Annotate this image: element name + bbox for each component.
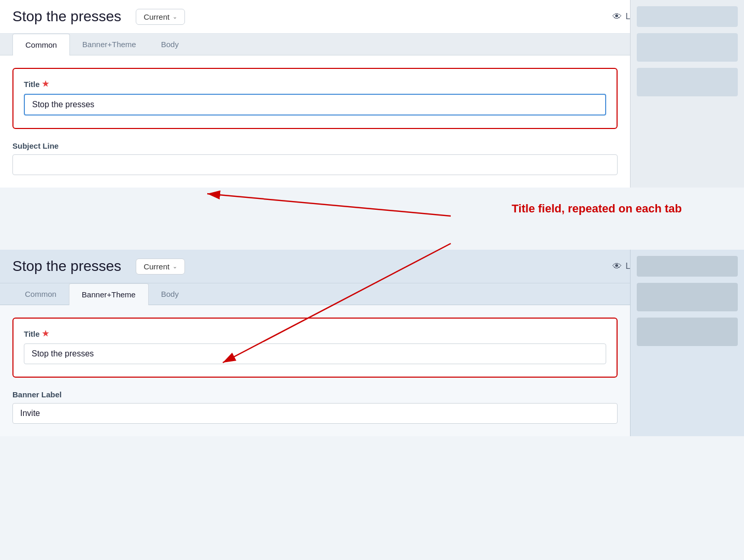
- bottom-tab-common[interactable]: Common: [12, 283, 69, 305]
- title-input[interactable]: [24, 94, 606, 116]
- bottom-title-field-label: Title ★: [24, 329, 606, 338]
- sidebar-box-3: [637, 68, 738, 96]
- sidebar-box-1: [637, 6, 738, 27]
- eye-icon: 👁: [612, 11, 622, 22]
- bottom-title-section-highlighted: Title ★: [12, 318, 618, 378]
- bottom-panel-body: Title ★ Banner Label: [0, 305, 630, 436]
- bottom-panel-wrapper: Stop the presses Current ⌄ 👁 Live Previe…: [0, 250, 744, 436]
- sidebar-box-2: [637, 33, 738, 62]
- subject-line-section: Subject Line: [12, 141, 618, 175]
- tab-common[interactable]: Common: [12, 34, 70, 55]
- required-indicator: ★: [42, 79, 49, 89]
- bottom-page-title: Stop the presses: [12, 258, 121, 275]
- annotation-area: Title field, repeated on each tab: [0, 188, 744, 250]
- bottom-required-indicator: ★: [42, 329, 49, 338]
- bottom-chevron-down-icon: ⌄: [173, 263, 177, 270]
- page-title: Stop the presses: [12, 8, 121, 25]
- version-label: Current: [144, 12, 169, 21]
- bottom-title-input[interactable]: [24, 343, 606, 364]
- subject-line-input[interactable]: [12, 154, 618, 175]
- bottom-version-label: Current: [144, 262, 169, 271]
- title-field-label: Title ★: [24, 79, 606, 89]
- annotation-text: Title field, repeated on each tab: [512, 202, 682, 216]
- banner-label-field-label: Banner Label: [12, 390, 618, 399]
- bottom-sidebar-box-1: [637, 256, 738, 277]
- bottom-sidebar-box-2: [637, 283, 738, 311]
- banner-label-input[interactable]: [12, 403, 618, 424]
- svg-line-2: [207, 194, 451, 216]
- tab-body[interactable]: Body: [149, 34, 191, 55]
- annotation-arrows: [0, 188, 744, 250]
- bottom-tab-body[interactable]: Body: [149, 283, 191, 305]
- top-panel: Stop the presses Current ⌄ 👁 Live Previe…: [0, 0, 744, 188]
- subject-line-label: Subject Line: [12, 141, 618, 150]
- top-panel-wrapper: Stop the presses Current ⌄ 👁 Live Previe…: [0, 0, 744, 188]
- top-panel-sidebar: [630, 0, 744, 188]
- chevron-down-icon: ⌄: [173, 13, 177, 20]
- top-panel-body: Title ★ Subject Line: [0, 55, 630, 188]
- version-dropdown[interactable]: Current ⌄: [136, 9, 185, 25]
- bottom-version-dropdown[interactable]: Current ⌄: [136, 259, 185, 275]
- tab-banner-theme[interactable]: Banner+Theme: [70, 34, 149, 55]
- bottom-sidebar-box-3: [637, 318, 738, 346]
- title-section-highlighted: Title ★: [12, 68, 618, 129]
- bottom-tab-banner-theme[interactable]: Banner+Theme: [69, 283, 149, 305]
- bottom-panel: Stop the presses Current ⌄ 👁 Live Previe…: [0, 250, 744, 436]
- bottom-panel-sidebar: [630, 250, 744, 436]
- banner-label-section: Banner Label: [12, 390, 618, 424]
- bottom-eye-icon: 👁: [612, 261, 622, 272]
